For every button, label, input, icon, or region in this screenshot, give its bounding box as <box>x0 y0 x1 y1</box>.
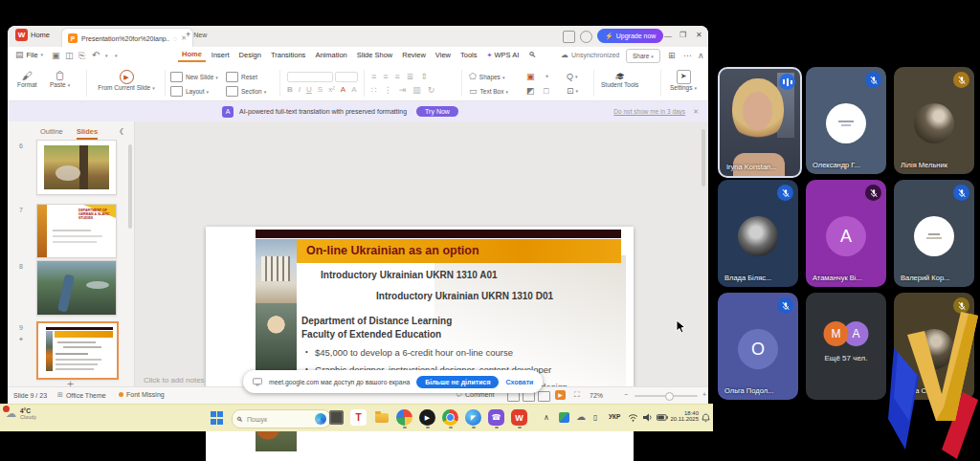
hide-banner-link[interactable]: Сховати <box>505 379 533 385</box>
notes-placeholder[interactable]: Click to add notes <box>144 376 205 384</box>
meet-tile[interactable]: A Атаманчук Ві... <box>806 180 886 287</box>
collapse-ribbon-icon[interactable]: ∧ <box>698 51 704 60</box>
meet-tile[interactable]: Влада Біляс... <box>718 180 798 287</box>
restore-button[interactable]: ❐ <box>679 31 686 39</box>
clock-widget[interactable]: 18:40 20.11.2025 <box>670 410 699 422</box>
underline-button[interactable]: U <box>306 85 312 94</box>
new-slide-button[interactable]: New Slide <box>170 72 218 82</box>
panel-scrollbar[interactable] <box>128 144 132 229</box>
redo-caret-icon[interactable]: ▾ <box>115 53 118 58</box>
print-icon[interactable]: ◫ <box>65 51 74 60</box>
volume-icon[interactable] <box>643 413 653 422</box>
canvas-scrollbar[interactable] <box>702 129 705 187</box>
justify-icon[interactable]: ≣ <box>407 72 414 81</box>
media-player-icon[interactable]: ▶ <box>419 409 435 426</box>
italic-button[interactable]: I <box>299 85 301 94</box>
battery-icon[interactable] <box>657 414 668 421</box>
minimize-button[interactable]: — <box>664 32 672 40</box>
align-center-icon[interactable]: ≡ <box>383 72 388 81</box>
meet-tile[interactable]: Лілія Мельник <box>894 67 974 174</box>
zoom-in-button[interactable]: + <box>702 391 706 398</box>
ribbon-tab-tools[interactable]: Tools <box>457 49 481 61</box>
browser-icon[interactable]: ◤ <box>465 409 481 426</box>
font-color-button[interactable]: A <box>341 85 345 94</box>
tray-expand-icon[interactable]: ∧ <box>544 413 549 422</box>
meet-tile[interactable]: Олександр Г... <box>806 67 886 174</box>
ribbon-tab-home[interactable]: Home <box>178 48 206 62</box>
align-left-icon[interactable]: ≡ <box>371 72 376 81</box>
account-icon[interactable] <box>580 31 592 43</box>
export-icon[interactable]: ⎘ <box>78 51 85 61</box>
stop-sharing-button[interactable]: Більше не ділитися <box>416 376 499 388</box>
wps-taskbar-icon[interactable]: W <box>511 409 527 426</box>
chrome-icon[interactable] <box>442 409 458 426</box>
strikethrough-button[interactable]: S <box>318 85 323 94</box>
stack-icon[interactable] <box>563 31 575 43</box>
font-missing-warning[interactable]: Font Missing <box>119 391 165 398</box>
search-icon[interactable]: 🔍︎ <box>524 49 540 61</box>
ribbon-tab-slideshow[interactable]: Slide Show <box>353 49 397 61</box>
layout-button[interactable]: Layout <box>170 86 209 97</box>
numbering-icon[interactable]: ⋮ <box>384 85 392 95</box>
save-icon[interactable]: ▣ <box>52 51 60 60</box>
undo-caret-icon[interactable]: ▾ <box>105 53 108 58</box>
outline-tab[interactable]: Outline <box>40 127 63 136</box>
document-tab[interactable]: P Presentation%20for%20lanp... ◌ ✕ <box>61 28 193 48</box>
zoom-level[interactable]: 72% <box>590 392 603 399</box>
slideshow-view-icon[interactable]: ▶ <box>555 390 566 400</box>
textbox-button[interactable]: ▭Text Box <box>469 86 508 96</box>
ribbon-tab-view[interactable]: View <box>432 49 455 61</box>
bold-button[interactable]: B <box>287 85 293 94</box>
ribbon-tab-wpsai[interactable]: ✦WPS AI <box>483 49 523 61</box>
align-right-icon[interactable]: ≡ <box>395 72 400 81</box>
zoom-slider-thumb[interactable] <box>665 392 674 401</box>
slide-thumbnail-6[interactable] <box>36 140 117 195</box>
student-tools-button[interactable]: 🎓︎ Student Tools <box>601 70 638 88</box>
tray-app-icon[interactable] <box>559 412 569 423</box>
columns-icon[interactable]: ▥ <box>412 85 421 95</box>
fullscreen-icon[interactable]: ⛶ <box>574 390 580 400</box>
try-now-button[interactable]: Try Now <box>416 106 458 117</box>
viber-icon[interactable]: ☎ <box>488 409 504 426</box>
file-explorer-icon[interactable] <box>373 409 390 426</box>
file-menu[interactable]: ▤ File ▾ <box>15 50 43 59</box>
theme-indicator[interactable]: ⊞ Office Theme <box>57 391 106 399</box>
zoom-out-button[interactable]: − <box>624 391 628 398</box>
present-settings-button[interactable]: ⊡▾ <box>567 86 578 96</box>
chart-icon[interactable]: ◔ <box>544 72 548 81</box>
bullets-icon[interactable]: ∷ <box>371 85 377 95</box>
shapes-button[interactable]: ⬠Shapes <box>469 72 504 81</box>
layout-grid-icon[interactable]: ⊞ <box>668 51 676 60</box>
wps-home-tab[interactable]: W Home <box>15 29 50 41</box>
notification-bell-icon[interactable] <box>702 413 710 423</box>
reading-view-icon[interactable] <box>538 391 550 402</box>
line-spacing-icon[interactable]: ⇕ <box>420 72 428 81</box>
fill-color-icon[interactable]: ◩ <box>526 86 535 96</box>
new-tab-button[interactable]: + New <box>186 30 207 39</box>
notice-close-icon[interactable]: ✕ <box>693 108 699 116</box>
section-button[interactable]: Section <box>226 86 266 97</box>
ribbon-tab-animation[interactable]: Animation <box>311 49 350 61</box>
superscript-button[interactable]: x² <box>328 85 335 94</box>
task-view-icon[interactable] <box>329 410 344 425</box>
font-size-select[interactable] <box>335 72 358 82</box>
onedrive-icon[interactable]: ☁ <box>576 411 586 422</box>
weather-widget[interactable]: ☁ 4°C Cloudy <box>6 407 36 420</box>
ribbon-tab-review[interactable]: Review <box>398 49 430 61</box>
find-button[interactable]: Q▾ <box>567 72 578 81</box>
format-painter-button[interactable]: 🖌︎ Format <box>17 70 37 88</box>
taskbar-search-box[interactable]: 🔍︎ Пошук <box>232 409 331 428</box>
highlight-button[interactable]: A <box>351 85 356 94</box>
indent-icon[interactable]: ⇥ <box>399 85 407 95</box>
language-indicator[interactable]: УКР <box>609 413 620 420</box>
taskbar-app-t[interactable]: T <box>350 409 367 426</box>
settings-button[interactable]: ➤ Settings <box>670 70 697 91</box>
slide-thumbnail-7[interactable]: DEPARTMENT OF GERMAN & SLAVIC STUDIES <box>36 204 117 258</box>
text-direction-icon[interactable]: ↻ <box>428 85 435 95</box>
tab-sync-icon[interactable]: ◌ <box>173 35 177 42</box>
wifi-icon[interactable] <box>628 413 638 422</box>
meet-tile[interactable]: O Ольга Подол... <box>718 293 798 400</box>
meet-tile-overflow[interactable]: M A Ещё 57 чел. <box>806 293 886 400</box>
start-button[interactable] <box>211 411 224 425</box>
ribbon-tab-design[interactable]: Design <box>235 49 265 61</box>
